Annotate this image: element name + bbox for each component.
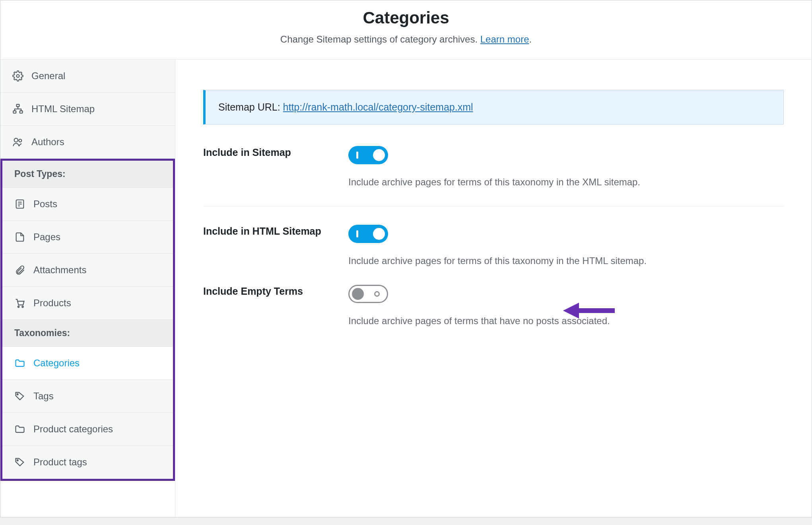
sidebar-item-label: Product tags	[33, 457, 87, 468]
sidebar-group-post-types: Post Types:	[2, 161, 173, 188]
sidebar-item-label: Authors	[31, 136, 64, 148]
svg-rect-2	[13, 111, 16, 113]
post-icon	[14, 198, 25, 210]
sidebar-item-posts[interactable]: Posts	[2, 188, 173, 221]
sidebar-item-label: Product categories	[33, 424, 113, 435]
sidebar-item-product-tags[interactable]: Product tags	[2, 446, 173, 479]
subtitle-suffix: .	[529, 34, 532, 45]
page-icon	[14, 231, 25, 243]
toggle-include-sitemap[interactable]	[348, 146, 388, 164]
svg-point-10	[18, 306, 19, 308]
paperclip-icon	[14, 264, 25, 276]
gear-icon	[12, 70, 23, 82]
setting-desc: Include archive pages for terms of this …	[348, 255, 784, 266]
folder-icon	[14, 358, 25, 369]
sidebar-item-label: Products	[33, 298, 71, 309]
setting-label: Include in Sitemap	[203, 146, 348, 159]
toggle-include-empty[interactable]	[348, 285, 388, 303]
setting-include-html-sitemap: Include in HTML Sitemap Include archive …	[203, 225, 784, 285]
settings-panel: Categories Change Sitemap settings of ca…	[0, 0, 812, 517]
sidebar-item-general[interactable]: General	[0, 60, 175, 93]
toggle-include-html-sitemap[interactable]	[348, 225, 388, 243]
setting-desc: Include archive pages for terms of this …	[348, 177, 784, 188]
setting-include-sitemap: Include in Sitemap Include archive pages…	[203, 146, 784, 206]
sitemap-url-label: Sitemap URL:	[218, 101, 283, 113]
svg-point-0	[17, 75, 19, 78]
sidebar-highlight: Post Types: Posts Pages	[0, 159, 175, 481]
sidebar-group-taxonomies: Taxonomies:	[2, 320, 173, 347]
sidebar-item-label: General	[31, 70, 65, 82]
sidebar-item-label: Tags	[33, 391, 54, 402]
sidebar-item-label: Pages	[33, 231, 60, 243]
sidebar-item-label: Attachments	[33, 264, 86, 276]
panel-header: Categories Change Sitemap settings of ca…	[0, 0, 812, 60]
svg-point-11	[22, 306, 23, 308]
learn-more-link[interactable]: Learn more	[480, 34, 529, 45]
svg-point-12	[17, 394, 18, 395]
svg-rect-1	[17, 104, 19, 107]
setting-label: Include in HTML Sitemap	[203, 225, 348, 238]
sidebar-item-label: Categories	[33, 358, 80, 369]
users-icon	[12, 136, 23, 148]
settings-content: Sitemap URL: http://rank-math.local/cate…	[175, 60, 812, 517]
page-title: Categories	[8, 8, 804, 27]
settings-sidebar: General HTML Sitemap Authors Post Types:	[0, 60, 175, 517]
svg-point-5	[19, 139, 21, 142]
sidebar-item-attachments[interactable]: Attachments	[2, 254, 173, 287]
cart-icon	[14, 298, 25, 309]
sidebar-item-label: HTML Sitemap	[31, 103, 95, 115]
sidebar-item-product-categories[interactable]: Product categories	[2, 413, 173, 446]
setting-label: Include Empty Terms	[203, 285, 348, 298]
sidebar-item-html-sitemap[interactable]: HTML Sitemap	[0, 93, 175, 126]
svg-point-4	[14, 138, 18, 142]
sitemap-url-notice: Sitemap URL: http://rank-math.local/cate…	[203, 90, 784, 124]
arrow-annotation	[563, 299, 615, 325]
subtitle-text: Change Sitemap settings of category arch…	[280, 34, 480, 45]
svg-marker-14	[563, 303, 579, 319]
sidebar-item-label: Posts	[33, 198, 57, 210]
sidebar-item-tags[interactable]: Tags	[2, 380, 173, 413]
sidebar-item-categories[interactable]: Categories	[2, 347, 173, 380]
page-subtitle: Change Sitemap settings of category arch…	[8, 34, 804, 45]
sidebar-item-products[interactable]: Products	[2, 287, 173, 320]
svg-rect-3	[20, 111, 23, 113]
tag-icon	[14, 457, 25, 468]
sitemap-url-link[interactable]: http://rank-math.local/category-sitemap.…	[283, 101, 473, 113]
tag-icon	[14, 391, 25, 402]
svg-point-13	[17, 460, 18, 461]
sitemap-icon	[12, 103, 23, 115]
folder-icon	[14, 424, 25, 435]
sidebar-item-authors[interactable]: Authors	[0, 126, 175, 159]
sidebar-item-pages[interactable]: Pages	[2, 221, 173, 254]
setting-include-empty: Include Empty Terms Include archive page…	[203, 285, 784, 345]
